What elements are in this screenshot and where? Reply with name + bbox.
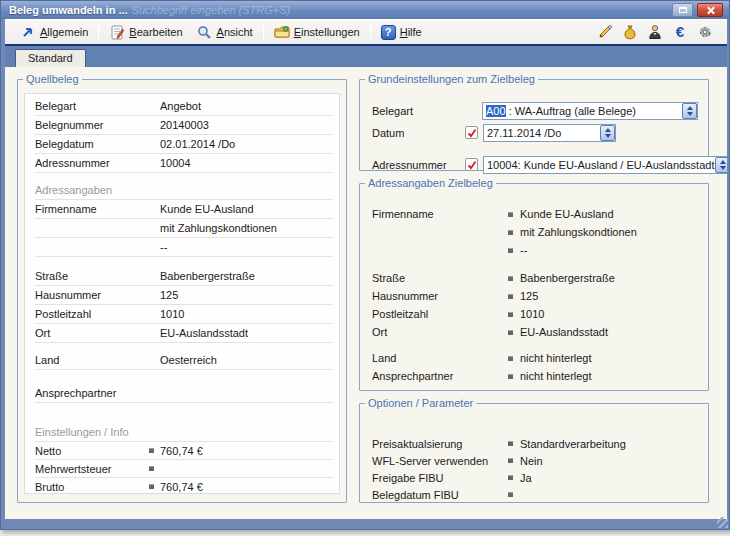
field-row-firmenname3: -- bbox=[360, 241, 708, 259]
field-label: Postleitzahl bbox=[35, 308, 149, 320]
spin-down-icon bbox=[720, 166, 726, 170]
field-value: -- bbox=[160, 241, 167, 253]
spin-down-icon bbox=[687, 112, 693, 116]
menu-bearbeiten[interactable]: Bearbeiten bbox=[102, 22, 189, 42]
spinner-button[interactable] bbox=[600, 125, 615, 141]
field-label: Ansprechpartner bbox=[35, 387, 149, 399]
title-bar[interactable]: Beleg umwandeln in ...Suchbegriff eingeb… bbox=[1, 1, 729, 19]
gear-icon[interactable] bbox=[697, 24, 713, 40]
field-row-brutto: Brutto 760,74 € bbox=[35, 478, 333, 494]
field-label: Belegdatum bbox=[35, 138, 149, 150]
euro-icon[interactable]: € bbox=[672, 24, 688, 40]
field-label: Straße bbox=[35, 270, 149, 282]
field-label: Preisaktualsierung bbox=[372, 438, 508, 450]
spin-up-icon bbox=[687, 106, 693, 110]
adressnummer-check-toggle[interactable] bbox=[465, 158, 478, 171]
menu-label: Einstellungen bbox=[294, 26, 360, 38]
person-icon[interactable] bbox=[647, 24, 663, 40]
close-button[interactable] bbox=[697, 3, 723, 17]
folder-settings-icon bbox=[274, 24, 290, 40]
resize-grip[interactable] bbox=[717, 517, 728, 528]
field-row-belegart: Belegart Angebot bbox=[35, 97, 333, 116]
magnifier-icon bbox=[197, 24, 213, 40]
value-bullet-icon bbox=[149, 466, 154, 471]
value-bullet-icon bbox=[508, 312, 513, 317]
adressnummer-combobox[interactable]: 10004: Kunde EU-Ausland / EU-Auslandssta… bbox=[483, 156, 727, 174]
field-label: Adressnummer bbox=[35, 157, 149, 169]
value-bullet-icon bbox=[508, 294, 513, 299]
field-row-freigabe-fibu: Freigabe FIBU Ja bbox=[360, 469, 708, 486]
menu-label: Allgemein bbox=[40, 26, 88, 38]
spin-up-icon bbox=[605, 128, 611, 132]
datum-input[interactable]: 27.11.2014 /Do bbox=[483, 124, 616, 142]
menu-hilfe[interactable]: ? Hilfe bbox=[374, 23, 429, 42]
field-value: Standardverarbeitung bbox=[520, 438, 626, 450]
tab-page: Quellbeleg Belegart Angebot Belegnummer … bbox=[5, 67, 727, 519]
field-label: Belegdatum FIBU bbox=[372, 489, 508, 501]
options-panel: Optionen / Parameter Preisaktualsierung … bbox=[359, 397, 709, 503]
field-value: -- bbox=[520, 244, 527, 256]
target-settings-panel: Grundeinstellungen zum Zielbeleg Belegar… bbox=[359, 73, 709, 171]
field-row-land: Land Oesterreich bbox=[35, 351, 333, 370]
field-value: Angebot bbox=[160, 100, 201, 112]
tab-standard[interactable]: Standard bbox=[15, 49, 86, 67]
field-row-hausnummer: Hausnummer 125 bbox=[35, 286, 333, 305]
value-bullet-icon bbox=[508, 230, 513, 235]
field-value: mit Zahlungskondtionen bbox=[520, 226, 637, 238]
field-label: Netto bbox=[35, 445, 149, 457]
field-row-mehrwertsteuer: Mehrwertsteuer bbox=[35, 460, 333, 478]
toolbar-separator bbox=[98, 24, 99, 40]
datum-check-toggle[interactable] bbox=[465, 126, 478, 139]
pencil-icon[interactable] bbox=[597, 24, 613, 40]
menu-ansicht[interactable]: Ansicht bbox=[190, 22, 260, 42]
value-bullet-icon bbox=[508, 492, 513, 497]
field-label: Land bbox=[372, 352, 508, 364]
section-label-einstellungen-info: Einstellungen / Info bbox=[35, 423, 333, 442]
field-label: Belegnummer bbox=[35, 119, 149, 131]
field-value: Ja bbox=[520, 472, 532, 484]
field-row-land: Land nicht hinterlegt bbox=[360, 349, 708, 367]
field-value: nicht hinterlegt bbox=[520, 370, 592, 382]
menu-allgemein[interactable]: Allgemein bbox=[13, 22, 95, 42]
value-bullet-icon bbox=[508, 374, 513, 379]
field-row-firmenname2: mit Zahlungskondtionen bbox=[360, 223, 708, 241]
restore-button[interactable] bbox=[672, 3, 693, 17]
menu-einstellungen[interactable]: Einstellungen bbox=[267, 22, 367, 42]
value-bullet-icon bbox=[508, 356, 513, 361]
field-row-firmenname: Firmenname Kunde EU-Ausland bbox=[360, 205, 708, 223]
field-row-ansprechpartner: Ansprechpartner bbox=[35, 384, 333, 403]
field-value: EU-Auslandsstadt bbox=[520, 326, 608, 338]
field-value: Kunde EU-Ausland bbox=[520, 208, 614, 220]
field-row-wfl-server: WFL-Server verwenden Nein bbox=[360, 452, 708, 469]
money-bag-icon[interactable] bbox=[622, 24, 638, 40]
source-panel: Quellbeleg Belegart Angebot Belegnummer … bbox=[17, 73, 347, 503]
spinner-button[interactable] bbox=[682, 103, 697, 119]
field-label: WFL-Server verwenden bbox=[372, 455, 508, 467]
field-label: Mehrwertsteuer bbox=[35, 463, 149, 475]
field-value: 125 bbox=[160, 289, 178, 301]
field-value: Babenbergerstraße bbox=[520, 272, 615, 284]
field-label: Firmenname bbox=[372, 208, 508, 220]
field-value: mit Zahlungskondtionen bbox=[160, 222, 277, 234]
toolbar-separator bbox=[370, 24, 371, 40]
field-row-belegdatum-fibu: Belegdatum FIBU bbox=[360, 486, 708, 503]
field-label: Datum bbox=[372, 127, 465, 139]
field-row-strasse: Straße Babenbergerstraße bbox=[35, 267, 333, 286]
field-row-postleitzahl: Postleitzahl 1010 bbox=[35, 305, 333, 324]
search-input[interactable]: Suchbegriff eingeben (STRG+S) bbox=[132, 4, 291, 16]
menu-label: Ansicht bbox=[217, 26, 253, 38]
field-row-firmenname2: mit Zahlungskondtionen bbox=[35, 219, 333, 238]
field-value: nicht hinterlegt bbox=[520, 352, 592, 364]
field-value: 760,74 € bbox=[160, 445, 203, 457]
field-row-hausnummer: Hausnummer 125 bbox=[360, 287, 708, 305]
form-row-datum: Datum 27.11.2014 /Do bbox=[372, 123, 698, 142]
field-value: Oesterreich bbox=[160, 354, 217, 366]
target-settings-legend: Grundeinstellungen zum Zielbeleg bbox=[365, 73, 538, 85]
field-label: Ort bbox=[372, 326, 508, 338]
field-value: EU-Auslandsstadt bbox=[160, 327, 248, 339]
belegart-combobox[interactable]: A00 : WA-Auftrag (alle Belege) bbox=[482, 102, 698, 120]
field-row-ansprechpartner: Ansprechpartner nicht hinterlegt bbox=[360, 367, 708, 385]
value-bullet-icon bbox=[149, 484, 154, 489]
euro-glyph: € bbox=[676, 25, 684, 39]
spinner-button[interactable] bbox=[715, 157, 727, 173]
